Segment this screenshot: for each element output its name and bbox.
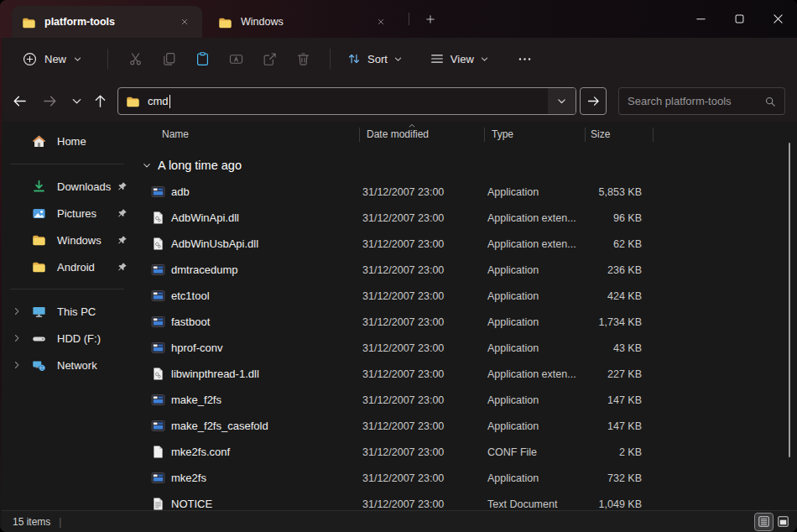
large-thumbnails-view-button[interactable]	[774, 514, 792, 530]
file-type-icon	[151, 419, 165, 433]
maximize-button[interactable]	[720, 0, 758, 38]
forward-button[interactable]	[35, 86, 64, 115]
sidebar-item-icon	[32, 260, 46, 274]
column-header-date-modified[interactable]: Date modified	[359, 122, 484, 147]
file-type: Application exten...	[480, 368, 581, 380]
sidebar-item-icon	[32, 358, 46, 373]
file-row[interactable]: fastboot 31/12/2007 23:00 Application 1,…	[135, 309, 797, 335]
sort-button[interactable]: Sort	[339, 46, 410, 71]
sidebar-item-label: Windows	[57, 234, 102, 247]
search-box[interactable]: Search platform-tools	[618, 87, 785, 115]
paste-button[interactable]	[185, 44, 219, 74]
sidebar-item[interactable]: Pictures	[0, 200, 134, 227]
file-row[interactable]: dmtracedump 31/12/2007 23:00 Application…	[135, 257, 797, 283]
share-icon	[262, 51, 278, 67]
sidebar-item-icon	[32, 305, 46, 319]
chevron-down-icon	[393, 55, 403, 64]
view-button[interactable]: View	[422, 46, 497, 71]
chevron-right-icon[interactable]	[12, 360, 22, 370]
new-tab-button[interactable]	[422, 11, 439, 28]
cut-button[interactable]	[118, 44, 152, 74]
column-header-type[interactable]: Type	[484, 122, 585, 147]
file-size: 43 KB	[581, 342, 649, 354]
file-type: Application	[480, 264, 581, 276]
delete-button[interactable]	[286, 44, 320, 74]
new-button[interactable]: New	[15, 46, 89, 72]
file-date-modified: 31/12/2007 23:00	[355, 316, 480, 328]
column-header-name[interactable]: Name	[135, 122, 359, 147]
address-bar[interactable]: cmd	[117, 87, 576, 115]
minimize-icon	[694, 12, 708, 26]
share-button[interactable]	[253, 44, 286, 74]
search-icon[interactable]	[764, 96, 776, 107]
sidebar-item-label: Android	[57, 261, 95, 274]
folder-icon	[218, 16, 232, 29]
column-resize-handle[interactable]	[484, 128, 485, 142]
address-dropdown-button[interactable]	[548, 88, 576, 114]
file-name: make_f2fs_casefold	[165, 420, 355, 432]
chevron-down-icon	[480, 55, 489, 64]
tab-windows[interactable]: Windows	[208, 6, 398, 38]
file-row[interactable]: adb 31/12/2007 23:00 Application 5,853 K…	[135, 179, 797, 205]
close-button[interactable]	[758, 0, 797, 38]
rename-button[interactable]	[219, 44, 253, 74]
sidebar-item-icon	[32, 180, 46, 194]
navigation-row: cmd Search platform-tools	[0, 80, 797, 122]
sidebar-item[interactable]: Android	[0, 253, 134, 280]
file-row[interactable]: make_f2fs 31/12/2007 23:00 Application 1…	[135, 387, 797, 413]
tab-platform-tools[interactable]: platform-tools	[12, 6, 202, 38]
address-input-value[interactable]: cmd	[148, 95, 169, 107]
copy-button[interactable]	[152, 44, 185, 74]
go-to-button[interactable]	[580, 87, 607, 115]
up-button[interactable]	[86, 86, 114, 115]
sidebar-item[interactable]: HDD (F:)	[0, 325, 134, 352]
sidebar-item[interactable]: Network	[0, 352, 134, 378]
chevron-right-icon[interactable]	[12, 333, 22, 343]
column-resize-handle[interactable]	[359, 128, 360, 142]
chevron-right-icon[interactable]	[12, 306, 22, 316]
file-type: Application	[480, 186, 581, 198]
file-row[interactable]: hprof-conv 31/12/2007 23:00 Application …	[135, 335, 797, 361]
tab-close-icon[interactable]	[175, 13, 194, 31]
file-row[interactable]: AdbWinApi.dll 31/12/2007 23:00 Applicati…	[135, 205, 797, 231]
file-size: 424 KB	[581, 290, 649, 302]
file-date-modified: 31/12/2007 23:00	[355, 368, 480, 380]
paste-icon	[195, 51, 211, 67]
status-divider: |	[59, 516, 61, 528]
file-row[interactable]: libwinpthread-1.dll 31/12/2007 23:00 App…	[135, 361, 797, 387]
file-type: Application	[480, 316, 581, 328]
trash-icon	[295, 51, 311, 67]
vertical-scrollbar-thumb[interactable]	[789, 143, 791, 457]
sidebar-item-icon	[32, 331, 46, 346]
sidebar-item[interactable]: Downloads	[0, 173, 134, 200]
status-bar: 15 items |	[0, 510, 797, 532]
column-resize-handle[interactable]	[653, 128, 654, 142]
see-more-button[interactable]	[508, 44, 542, 74]
minimize-button[interactable]	[681, 0, 720, 38]
file-row[interactable]: mke2fs.conf 31/12/2007 23:00 CONF File 2…	[135, 439, 797, 465]
group-header[interactable]: A long time ago	[135, 152, 797, 179]
file-name: NOTICE	[165, 498, 355, 510]
column-resize-handle[interactable]	[585, 128, 586, 142]
back-button[interactable]	[5, 86, 34, 115]
details-view-button[interactable]	[755, 514, 773, 530]
file-size: 236 KB	[581, 264, 649, 276]
file-row[interactable]: make_f2fs_casefold 31/12/2007 23:00 Appl…	[135, 413, 797, 439]
sidebar-item[interactable]: Windows	[0, 227, 134, 253]
column-header-size[interactable]: Size	[585, 122, 653, 147]
sidebar-item[interactable]: This PC	[0, 298, 134, 325]
file-row[interactable]: etc1tool 31/12/2007 23:00 Application 42…	[135, 283, 797, 309]
chevron-down-icon	[142, 160, 152, 170]
tab-close-icon[interactable]	[372, 13, 390, 31]
file-row[interactable]: mke2fs 31/12/2007 23:00 Application 732 …	[135, 465, 797, 491]
file-type-icon	[151, 471, 165, 485]
file-name: mke2fs.conf	[165, 446, 355, 458]
chevron-down-icon	[70, 95, 83, 107]
sidebar-item-home[interactable]: Home	[0, 127, 134, 155]
file-type-icon	[151, 341, 165, 355]
file-date-modified: 31/12/2007 23:00	[355, 420, 480, 432]
file-name: AdbWinApi.dll	[165, 211, 355, 224]
file-row[interactable]: NOTICE 31/12/2007 23:00 Text Document 1,…	[135, 491, 797, 510]
file-row[interactable]: AdbWinUsbApi.dll 31/12/2007 23:00 Applic…	[135, 231, 797, 257]
titlebar: platform-tools Windows	[0, 0, 797, 38]
